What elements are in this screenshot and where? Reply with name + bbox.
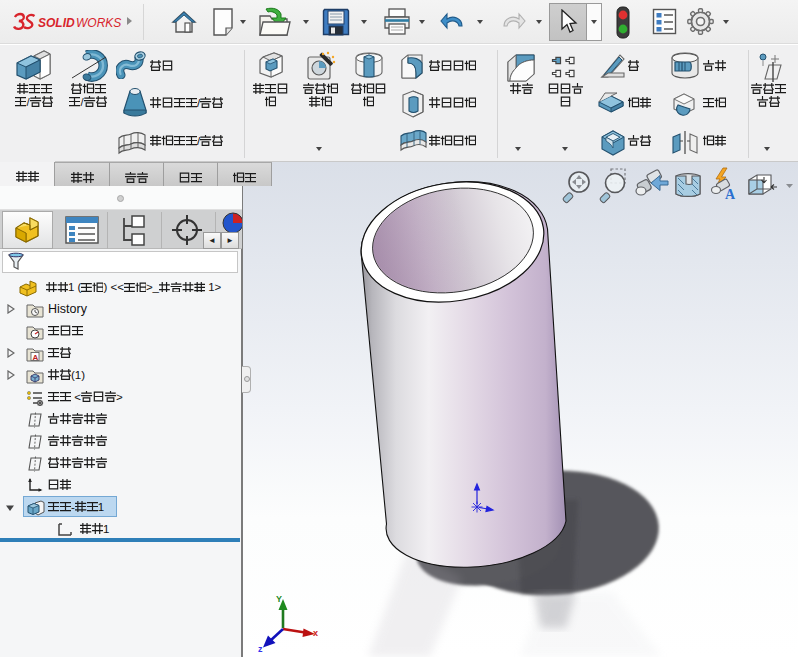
svg-text:A: A bbox=[725, 187, 736, 202]
svg-text:WORKS: WORKS bbox=[76, 16, 121, 30]
svg-text:A: A bbox=[33, 353, 39, 362]
svg-text:SOLID: SOLID bbox=[38, 16, 75, 30]
svg-text:z: z bbox=[258, 644, 263, 654]
svg-text:Y: Y bbox=[276, 594, 282, 604]
svg-text:x: x bbox=[313, 628, 318, 638]
